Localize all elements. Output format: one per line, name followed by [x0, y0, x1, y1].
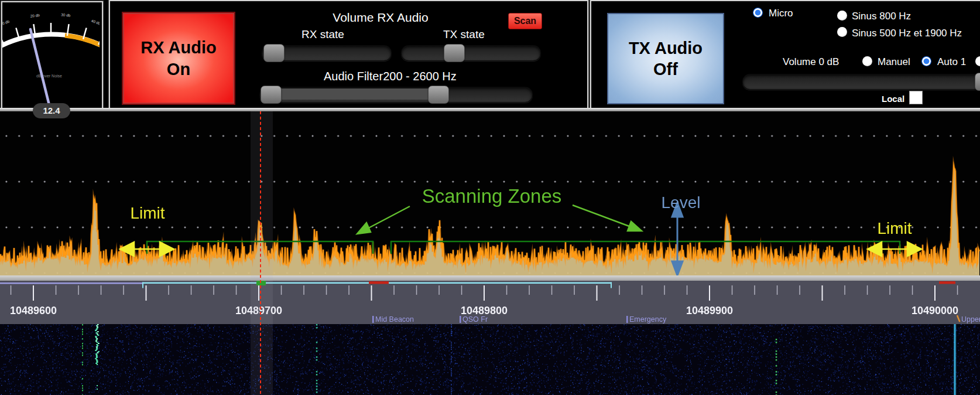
scale-tick — [484, 285, 485, 301]
frequency-scale[interactable]: 1048960010489700104898001048990010490000… — [0, 281, 980, 324]
audio-filter-slider[interactable] — [259, 87, 533, 103]
freq-label: 10489900 — [686, 305, 733, 316]
spectrum-display[interactable]: Limit Scanning Zones Level Limit — [0, 111, 980, 275]
band-marker-label: Mid Beacon — [375, 315, 414, 324]
freq-label: 10490000 — [912, 305, 958, 316]
excluded-zone-mark — [939, 281, 955, 284]
mic-volume-slider[interactable] — [742, 74, 980, 90]
scale-tick — [56, 285, 57, 295]
freq-label: 10489800 — [461, 305, 508, 316]
radio-sinus-800[interactable] — [837, 11, 847, 21]
meter-value: 12.4 — [33, 103, 70, 118]
scan-zone-bracket — [391, 241, 900, 254]
scale-tick — [867, 285, 868, 295]
tx-volume-slider[interactable] — [401, 45, 541, 61]
manuel-label: Manuel — [878, 56, 910, 68]
rx-audio-button[interactable]: RX Audio On — [122, 12, 235, 105]
scale-tick — [33, 285, 34, 301]
limit-left-label: Limit — [115, 204, 180, 223]
scale-tick — [551, 285, 553, 295]
rx-audio-button-line1: RX Audio — [141, 37, 216, 58]
scale-tick — [213, 285, 214, 295]
scale-tick — [664, 285, 665, 295]
tx-audio-button-line2: Off — [653, 59, 678, 80]
audio-filter-range-fill — [261, 88, 437, 100]
scale-tick — [732, 285, 733, 295]
excluded-zone-mark — [369, 281, 389, 284]
scale-tick — [11, 285, 12, 295]
tuned-frequency-cursor[interactable] — [260, 111, 261, 395]
tx-state-label: TX state — [443, 28, 485, 41]
radio-auto-1[interactable] — [921, 56, 931, 66]
scale-tick — [934, 285, 936, 301]
band-marker-tick — [460, 316, 461, 323]
scale-tick — [416, 285, 417, 295]
scale-tick — [78, 285, 79, 295]
band-marker-label: Emergency — [629, 315, 667, 324]
band-marker-label: QSO Fr — [462, 315, 488, 324]
freq-label: 10489700 — [235, 305, 282, 316]
spectrum-baseline-strip — [0, 275, 980, 281]
scanning-zones-label: Scanning Zones — [381, 185, 603, 207]
scale-tick — [191, 285, 192, 295]
scale-tick — [146, 285, 147, 301]
scale-tick — [889, 285, 890, 295]
radio-micro[interactable] — [753, 8, 763, 18]
limit-right-label: Limit — [862, 219, 927, 238]
band-marker-tick — [372, 316, 374, 323]
scale-tick — [348, 285, 349, 295]
svg-text:10 db: 10 db — [2, 19, 10, 26]
filter-low-handle[interactable] — [261, 86, 282, 104]
meter-arc-orange — [65, 36, 100, 46]
scale-tick — [844, 285, 845, 295]
scale-tick — [123, 285, 124, 295]
auto-1-label: Auto 1 — [937, 56, 966, 68]
rx-volume-slider[interactable] — [262, 45, 392, 61]
volume-db-label: Volume 0 dB — [783, 56, 839, 68]
band-marker-tick — [957, 315, 961, 322]
scale-tick — [529, 285, 530, 295]
waterfall-canvas[interactable] — [0, 324, 980, 395]
s-meter-panel: 10 db 20 db 30 db 40 db dB over Noise 12… — [1, 1, 103, 109]
scanning-zones-arrows — [357, 205, 642, 234]
audio-filter-label: Audio Filter200 - 2600 Hz — [324, 70, 457, 83]
scale-tick — [281, 285, 282, 295]
scale-tick — [461, 285, 462, 295]
local-label: Local — [882, 94, 904, 104]
tuned-freq-marker — [256, 281, 266, 285]
meter-sublabel: dB over Noise — [36, 74, 62, 78]
scale-tick — [642, 285, 643, 295]
tx-volume-handle[interactable] — [444, 44, 465, 62]
sinus-800-label: Sinus 800 Hz — [852, 11, 911, 22]
scan-button[interactable]: Scan — [508, 13, 542, 29]
scale-tick — [619, 285, 620, 295]
scale-tick — [101, 285, 102, 295]
svg-text:20 db: 20 db — [30, 13, 40, 18]
scale-tick — [709, 285, 710, 301]
rx-volume-handle[interactable] — [263, 44, 285, 62]
scale-tick — [371, 285, 372, 301]
sdr-console: 10 db 20 db 30 db 40 db dB over Noise 12… — [0, 0, 980, 395]
micro-label: Micro — [769, 8, 793, 19]
tx-audio-button[interactable]: TX Audio Off — [607, 13, 724, 104]
scale-tick — [236, 285, 237, 295]
scale-tick — [597, 285, 598, 301]
scale-tick — [326, 285, 327, 295]
local-checkbox[interactable] — [909, 91, 923, 104]
radio-sinus-500-1900[interactable] — [837, 27, 847, 37]
scale-tick — [168, 285, 169, 295]
mic-volume-handle[interactable] — [975, 73, 980, 91]
scale-tick — [799, 285, 800, 295]
band-marker-tick — [626, 316, 628, 323]
level-label: Level — [649, 193, 713, 212]
volume-rx-title: Volume RX Audio — [293, 11, 468, 25]
scale-tick — [438, 285, 440, 295]
limit-right-arrow — [868, 242, 921, 256]
scale-tick — [912, 285, 913, 295]
tx-audio-button-line1: TX Audio — [629, 38, 703, 59]
scale-tick — [506, 285, 508, 295]
radio-manuel[interactable] — [862, 56, 872, 66]
filter-high-handle[interactable] — [428, 86, 449, 104]
freq-label: 10489600 — [10, 305, 57, 316]
rx-state-label: RX state — [301, 28, 344, 41]
